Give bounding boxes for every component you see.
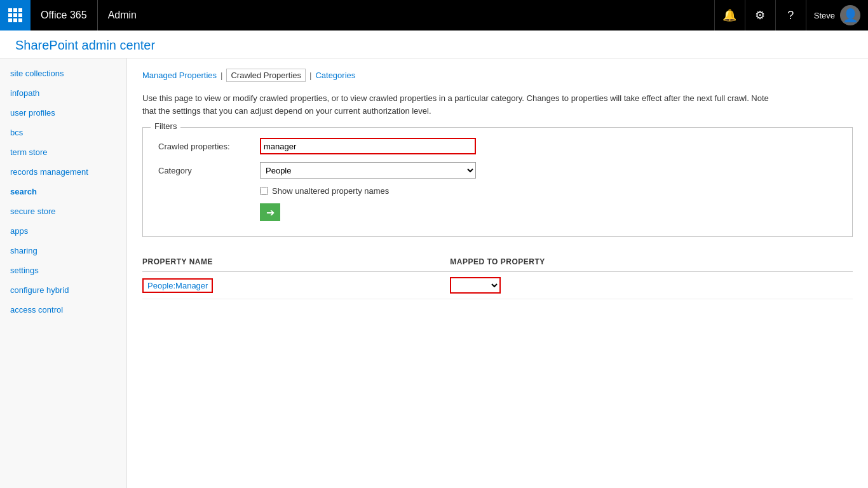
tabs-bar: Managed Properties | Crawled Properties … [142, 69, 853, 82]
main-content: Managed Properties | Crawled Properties … [127, 58, 868, 488]
crawled-properties-label: Crawled properties: [158, 142, 260, 151]
show-unaltered-label: Show unaltered property names [272, 186, 389, 196]
table-row: People:Manager [142, 272, 853, 299]
notification-bell-button[interactable]: 🔔 [714, 0, 745, 30]
tab-separator-2: | [309, 71, 311, 80]
mapped-to-property-cell [450, 272, 853, 299]
sidebar-item-access-control[interactable]: access control [0, 300, 126, 320]
sidebar-item-apps[interactable]: apps [0, 221, 126, 241]
tab-separator-1: | [220, 71, 222, 80]
waffle-icon [8, 8, 22, 22]
sidebar-item-configure-hybrid[interactable]: configure hybrid [0, 280, 126, 300]
category-label: Category [158, 166, 260, 175]
category-row: Category People Business Data Default Sh… [158, 162, 837, 179]
sidebar: site collections infopath user profiles … [0, 58, 127, 488]
user-area[interactable]: Steve 👤 [806, 0, 868, 30]
sidebar-item-settings[interactable]: settings [0, 261, 126, 280]
page-header: SharePoint admin center [0, 30, 868, 58]
help-question-button[interactable]: ? [775, 0, 806, 30]
show-unaltered-checkbox[interactable] [260, 187, 268, 195]
sidebar-item-search[interactable]: search [0, 182, 126, 201]
brand-name: Office 365 [31, 0, 98, 30]
sidebar-item-infopath[interactable]: infopath [0, 83, 126, 103]
avatar: 👤 [840, 5, 860, 25]
tab-crawled-properties[interactable]: Crawled Properties [226, 69, 306, 82]
sidebar-item-term-store[interactable]: term store [0, 142, 126, 162]
filters-legend: Filters [151, 121, 180, 131]
category-select[interactable]: People Business Data Default SharePoint … [260, 162, 476, 179]
admin-label: Admin [98, 10, 147, 21]
go-button[interactable]: ➔ [260, 203, 280, 221]
page-description: Use this page to view or modify crawled … [142, 92, 778, 117]
mapped-to-property-select[interactable] [450, 277, 501, 294]
crawled-properties-input[interactable] [260, 138, 476, 154]
brand-label: Office 365 [41, 10, 87, 21]
sidebar-item-user-profiles[interactable]: user profiles [0, 103, 126, 123]
crawled-properties-row: Crawled properties: [158, 138, 837, 154]
tab-managed-properties[interactable]: Managed Properties [142, 71, 217, 80]
col-property-name: PROPERTY NAME [142, 252, 450, 272]
settings-gear-button[interactable]: ⚙ [745, 0, 775, 30]
checkbox-row: Show unaltered property names [260, 186, 837, 196]
col-mapped-to-property: MAPPED TO PROPERTY [450, 252, 853, 272]
waffle-button[interactable] [0, 0, 31, 30]
results-table: PROPERTY NAME MAPPED TO PROPERTY People:… [142, 252, 853, 299]
sidebar-item-sharing[interactable]: sharing [0, 241, 126, 261]
arrow-right-icon: ➔ [266, 207, 275, 219]
sidebar-item-site-collections[interactable]: site collections [0, 64, 126, 83]
property-name-cell: People:Manager [142, 272, 450, 299]
tab-categories[interactable]: Categories [315, 71, 355, 80]
content-area: site collections infopath user profiles … [0, 58, 868, 488]
user-name-label: Steve [814, 11, 835, 20]
table-header-row: PROPERTY NAME MAPPED TO PROPERTY [142, 252, 853, 272]
page-container: SharePoint admin center site collections… [0, 30, 868, 488]
sidebar-item-records-management[interactable]: records management [0, 162, 126, 182]
page-title: SharePoint admin center [15, 38, 853, 53]
nav-icons: 🔔 ⚙ ? [714, 0, 806, 30]
property-name-link[interactable]: People:Manager [142, 278, 213, 293]
sidebar-item-bcs[interactable]: bcs [0, 123, 126, 142]
top-navigation: Office 365 Admin 🔔 ⚙ ? Steve 👤 [0, 0, 868, 30]
filters-box: Filters Crawled properties: Category Peo… [142, 127, 853, 237]
sidebar-item-secure-store[interactable]: secure store [0, 201, 126, 221]
